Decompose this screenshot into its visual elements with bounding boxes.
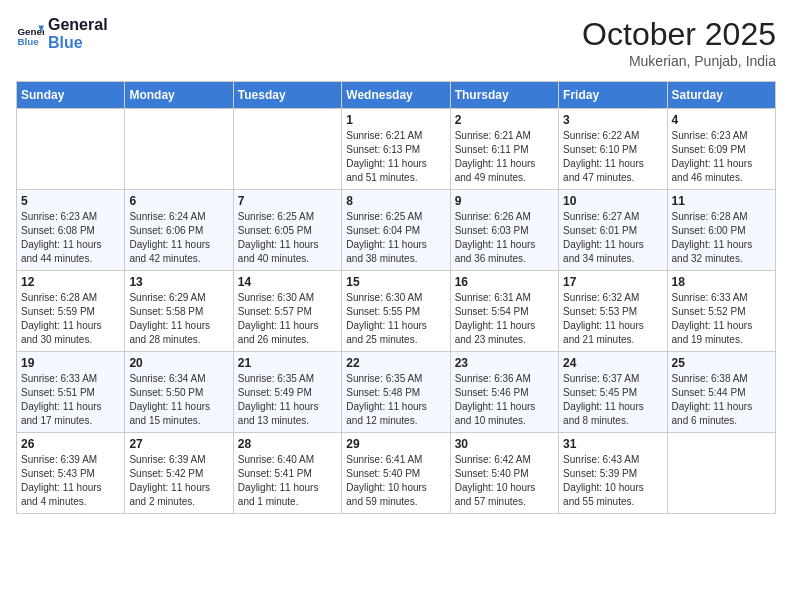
day-number: 1 <box>346 113 445 127</box>
location: Mukerian, Punjab, India <box>582 53 776 69</box>
calendar-cell: 29Sunrise: 6:41 AM Sunset: 5:40 PM Dayli… <box>342 433 450 514</box>
day-number: 8 <box>346 194 445 208</box>
calendar-body: 1Sunrise: 6:21 AM Sunset: 6:13 PM Daylig… <box>17 109 776 514</box>
day-info: Sunrise: 6:35 AM Sunset: 5:49 PM Dayligh… <box>238 372 337 428</box>
day-number: 15 <box>346 275 445 289</box>
day-info: Sunrise: 6:35 AM Sunset: 5:48 PM Dayligh… <box>346 372 445 428</box>
weekday-header-row: SundayMondayTuesdayWednesdayThursdayFrid… <box>17 82 776 109</box>
day-number: 23 <box>455 356 554 370</box>
calendar-cell: 18Sunrise: 6:33 AM Sunset: 5:52 PM Dayli… <box>667 271 775 352</box>
calendar-cell: 8Sunrise: 6:25 AM Sunset: 6:04 PM Daylig… <box>342 190 450 271</box>
calendar-cell: 21Sunrise: 6:35 AM Sunset: 5:49 PM Dayli… <box>233 352 341 433</box>
day-number: 7 <box>238 194 337 208</box>
day-number: 24 <box>563 356 662 370</box>
calendar-cell: 7Sunrise: 6:25 AM Sunset: 6:05 PM Daylig… <box>233 190 341 271</box>
calendar-cell: 6Sunrise: 6:24 AM Sunset: 6:06 PM Daylig… <box>125 190 233 271</box>
day-number: 25 <box>672 356 771 370</box>
day-info: Sunrise: 6:25 AM Sunset: 6:04 PM Dayligh… <box>346 210 445 266</box>
day-info: Sunrise: 6:23 AM Sunset: 6:09 PM Dayligh… <box>672 129 771 185</box>
day-info: Sunrise: 6:42 AM Sunset: 5:40 PM Dayligh… <box>455 453 554 509</box>
logo: General Blue General Blue <box>16 16 108 52</box>
day-number: 9 <box>455 194 554 208</box>
calendar-week-3: 12Sunrise: 6:28 AM Sunset: 5:59 PM Dayli… <box>17 271 776 352</box>
day-info: Sunrise: 6:38 AM Sunset: 5:44 PM Dayligh… <box>672 372 771 428</box>
calendar-header: SundayMondayTuesdayWednesdayThursdayFrid… <box>17 82 776 109</box>
day-number: 3 <box>563 113 662 127</box>
day-info: Sunrise: 6:33 AM Sunset: 5:52 PM Dayligh… <box>672 291 771 347</box>
calendar-cell: 11Sunrise: 6:28 AM Sunset: 6:00 PM Dayli… <box>667 190 775 271</box>
day-number: 16 <box>455 275 554 289</box>
calendar-cell: 22Sunrise: 6:35 AM Sunset: 5:48 PM Dayli… <box>342 352 450 433</box>
month-title: October 2025 <box>582 16 776 53</box>
day-info: Sunrise: 6:24 AM Sunset: 6:06 PM Dayligh… <box>129 210 228 266</box>
day-info: Sunrise: 6:31 AM Sunset: 5:54 PM Dayligh… <box>455 291 554 347</box>
day-info: Sunrise: 6:21 AM Sunset: 6:13 PM Dayligh… <box>346 129 445 185</box>
weekday-saturday: Saturday <box>667 82 775 109</box>
day-number: 26 <box>21 437 120 451</box>
day-info: Sunrise: 6:21 AM Sunset: 6:11 PM Dayligh… <box>455 129 554 185</box>
day-info: Sunrise: 6:30 AM Sunset: 5:55 PM Dayligh… <box>346 291 445 347</box>
page-header: General Blue General Blue October 2025 M… <box>16 16 776 69</box>
day-info: Sunrise: 6:40 AM Sunset: 5:41 PM Dayligh… <box>238 453 337 509</box>
calendar-cell: 24Sunrise: 6:37 AM Sunset: 5:45 PM Dayli… <box>559 352 667 433</box>
logo-line1: General <box>48 16 108 34</box>
day-info: Sunrise: 6:32 AM Sunset: 5:53 PM Dayligh… <box>563 291 662 347</box>
calendar-cell: 2Sunrise: 6:21 AM Sunset: 6:11 PM Daylig… <box>450 109 558 190</box>
title-block: October 2025 Mukerian, Punjab, India <box>582 16 776 69</box>
calendar-cell: 16Sunrise: 6:31 AM Sunset: 5:54 PM Dayli… <box>450 271 558 352</box>
day-info: Sunrise: 6:33 AM Sunset: 5:51 PM Dayligh… <box>21 372 120 428</box>
calendar-cell: 23Sunrise: 6:36 AM Sunset: 5:46 PM Dayli… <box>450 352 558 433</box>
day-number: 5 <box>21 194 120 208</box>
calendar-cell: 3Sunrise: 6:22 AM Sunset: 6:10 PM Daylig… <box>559 109 667 190</box>
day-info: Sunrise: 6:39 AM Sunset: 5:43 PM Dayligh… <box>21 453 120 509</box>
day-info: Sunrise: 6:27 AM Sunset: 6:01 PM Dayligh… <box>563 210 662 266</box>
day-number: 20 <box>129 356 228 370</box>
calendar: SundayMondayTuesdayWednesdayThursdayFrid… <box>16 81 776 514</box>
day-number: 29 <box>346 437 445 451</box>
calendar-cell: 26Sunrise: 6:39 AM Sunset: 5:43 PM Dayli… <box>17 433 125 514</box>
calendar-cell: 10Sunrise: 6:27 AM Sunset: 6:01 PM Dayli… <box>559 190 667 271</box>
day-info: Sunrise: 6:26 AM Sunset: 6:03 PM Dayligh… <box>455 210 554 266</box>
day-info: Sunrise: 6:41 AM Sunset: 5:40 PM Dayligh… <box>346 453 445 509</box>
calendar-cell: 27Sunrise: 6:39 AM Sunset: 5:42 PM Dayli… <box>125 433 233 514</box>
day-number: 21 <box>238 356 337 370</box>
calendar-week-5: 26Sunrise: 6:39 AM Sunset: 5:43 PM Dayli… <box>17 433 776 514</box>
calendar-cell: 20Sunrise: 6:34 AM Sunset: 5:50 PM Dayli… <box>125 352 233 433</box>
day-info: Sunrise: 6:34 AM Sunset: 5:50 PM Dayligh… <box>129 372 228 428</box>
calendar-cell <box>233 109 341 190</box>
day-number: 13 <box>129 275 228 289</box>
logo-icon: General Blue <box>16 20 44 48</box>
calendar-cell <box>667 433 775 514</box>
calendar-cell: 30Sunrise: 6:42 AM Sunset: 5:40 PM Dayli… <box>450 433 558 514</box>
calendar-cell: 1Sunrise: 6:21 AM Sunset: 6:13 PM Daylig… <box>342 109 450 190</box>
day-info: Sunrise: 6:37 AM Sunset: 5:45 PM Dayligh… <box>563 372 662 428</box>
calendar-cell: 9Sunrise: 6:26 AM Sunset: 6:03 PM Daylig… <box>450 190 558 271</box>
day-number: 22 <box>346 356 445 370</box>
calendar-week-2: 5Sunrise: 6:23 AM Sunset: 6:08 PM Daylig… <box>17 190 776 271</box>
day-info: Sunrise: 6:43 AM Sunset: 5:39 PM Dayligh… <box>563 453 662 509</box>
weekday-wednesday: Wednesday <box>342 82 450 109</box>
day-info: Sunrise: 6:30 AM Sunset: 5:57 PM Dayligh… <box>238 291 337 347</box>
weekday-monday: Monday <box>125 82 233 109</box>
weekday-sunday: Sunday <box>17 82 125 109</box>
calendar-cell: 5Sunrise: 6:23 AM Sunset: 6:08 PM Daylig… <box>17 190 125 271</box>
day-number: 2 <box>455 113 554 127</box>
day-info: Sunrise: 6:25 AM Sunset: 6:05 PM Dayligh… <box>238 210 337 266</box>
day-number: 12 <box>21 275 120 289</box>
day-number: 4 <box>672 113 771 127</box>
day-number: 30 <box>455 437 554 451</box>
calendar-cell <box>17 109 125 190</box>
weekday-friday: Friday <box>559 82 667 109</box>
calendar-week-4: 19Sunrise: 6:33 AM Sunset: 5:51 PM Dayli… <box>17 352 776 433</box>
calendar-cell: 19Sunrise: 6:33 AM Sunset: 5:51 PM Dayli… <box>17 352 125 433</box>
day-number: 31 <box>563 437 662 451</box>
calendar-cell <box>125 109 233 190</box>
svg-text:Blue: Blue <box>17 36 39 47</box>
calendar-week-1: 1Sunrise: 6:21 AM Sunset: 6:13 PM Daylig… <box>17 109 776 190</box>
day-number: 18 <box>672 275 771 289</box>
calendar-cell: 15Sunrise: 6:30 AM Sunset: 5:55 PM Dayli… <box>342 271 450 352</box>
day-number: 10 <box>563 194 662 208</box>
calendar-cell: 12Sunrise: 6:28 AM Sunset: 5:59 PM Dayli… <box>17 271 125 352</box>
day-info: Sunrise: 6:28 AM Sunset: 5:59 PM Dayligh… <box>21 291 120 347</box>
calendar-cell: 25Sunrise: 6:38 AM Sunset: 5:44 PM Dayli… <box>667 352 775 433</box>
